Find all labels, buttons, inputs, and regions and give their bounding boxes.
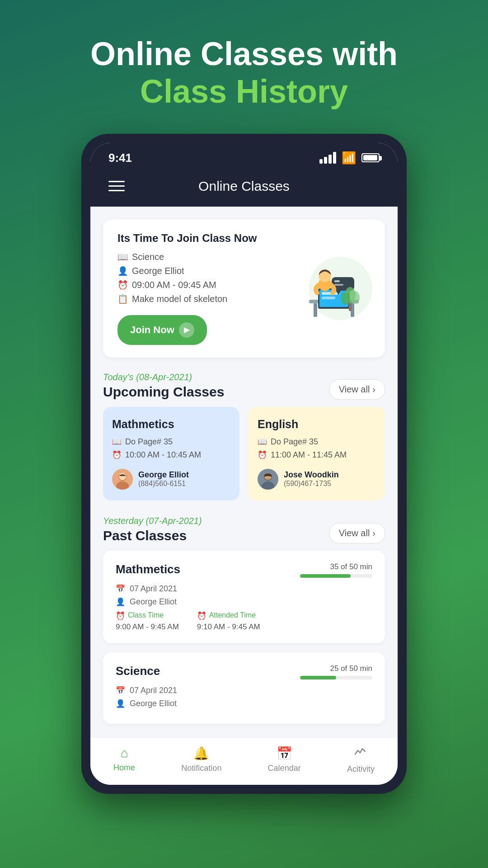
past-math-progress-fill <box>300 574 351 578</box>
past-chevron-icon: › <box>372 528 375 538</box>
svg-point-16 <box>341 292 350 305</box>
join-subject: Science <box>132 252 164 262</box>
past-math-teacher-row: 👤 George Elliot <box>116 597 372 607</box>
english-teacher-info: Jose Woodkin (590)467-1735 <box>284 470 339 488</box>
svg-rect-2 <box>314 303 317 317</box>
person-icon: 👤 <box>117 266 127 276</box>
english-teacher-avatar <box>258 469 278 490</box>
join-time-row: ⏰ 09:00 AM - 09:45 AM <box>117 280 277 290</box>
calendar-icon-1: 📅 <box>116 584 125 594</box>
status-icons: 📶 <box>319 151 380 165</box>
content-area: Its Time To Join Class Now 📖 Science 👤 G… <box>90 207 398 737</box>
nav-home[interactable]: ⌂ Home <box>113 746 135 774</box>
join-teacher: George Elliot <box>132 266 184 276</box>
attended-time-val: 9:10 AM - 9:45 AM <box>197 623 260 632</box>
upcoming-label: Today's (08-Apr-2021) <box>103 372 224 382</box>
home-icon: ⌂ <box>121 746 128 760</box>
join-card: Its Time To Join Class Now 📖 Science 👤 G… <box>103 219 385 358</box>
upcoming-cards-row: Mathmetics 📖 Do Page# 35 ⏰ 10:00 AM - 10… <box>90 407 398 511</box>
join-subject-row: 📖 Science <box>117 252 277 262</box>
past-science-progress-fill <box>300 676 336 679</box>
math-time-row: ⏰ 10:00 AM - 10:45 AM <box>112 450 230 460</box>
past-view-all-label: View all <box>339 528 370 538</box>
task-icon: 📋 <box>117 294 127 304</box>
past-science-date-row: 📅 07 April 2021 <box>116 686 372 695</box>
book-icon-english: 📖 <box>258 437 267 447</box>
english-task: Do Page# 35 <box>271 437 318 447</box>
status-time: 9:41 <box>108 151 132 165</box>
upcoming-card-math: Mathmetics 📖 Do Page# 35 ⏰ 10:00 AM - 10… <box>103 407 239 500</box>
class-time-group: ⏰ Class Time 9:00 AM - 9:45 AM <box>116 611 179 632</box>
nav-notification-label: Notification <box>181 764 221 773</box>
hero-line2: Class History <box>90 72 398 111</box>
past-math-subject: Mathmetics <box>116 562 180 576</box>
hero-line1: Online Classes with <box>90 36 398 72</box>
svg-rect-11 <box>334 284 343 286</box>
attended-time-label: Attended Time <box>209 611 256 619</box>
past-label: Yesterday (07-Apr-2021) <box>103 516 202 526</box>
book-icon-math: 📖 <box>112 437 122 447</box>
calendar-icon: 📅 <box>277 746 292 761</box>
english-teacher-name: Jose Woodkin <box>284 470 339 480</box>
clock-icon-2: ⏰ <box>116 611 125 621</box>
past-title: Past Classes <box>103 528 202 543</box>
person-icon-1: 👤 <box>116 597 125 607</box>
nav-home-label: Home <box>113 763 135 773</box>
phone-frame: 9:41 📶 Online Classes <box>81 134 407 794</box>
clock-icon-english: ⏰ <box>258 450 267 460</box>
class-illustration <box>282 248 372 329</box>
past-label-group: Yesterday (07-Apr-2021) Past Classes <box>103 516 202 543</box>
english-time: 11:00 AM - 11:45 AM <box>271 450 347 460</box>
past-math-progress-label: 35 of 50 min <box>300 562 372 571</box>
upcoming-title: Upcoming Classes <box>103 384 224 400</box>
person-icon-2: 👤 <box>116 699 125 708</box>
math-task: Do Page# 35 <box>125 437 173 447</box>
nav-calendar[interactable]: 📅 Calendar <box>268 746 301 774</box>
nav-activity[interactable]: Acitivity <box>347 746 375 774</box>
join-teacher-row: 👤 George Elliot <box>117 266 277 276</box>
past-science-progress: 25 of 50 min <box>300 664 372 679</box>
past-card-science: Science 25 of 50 min 📅 07 April 2021 👤 G… <box>103 652 385 724</box>
english-task-row: 📖 Do Page# 35 <box>258 437 376 447</box>
notification-icon: 🔔 <box>193 746 209 761</box>
nav-notification[interactable]: 🔔 Notification <box>181 746 221 774</box>
play-icon: ▶ <box>179 322 194 338</box>
join-info: Its Time To Join Class Now 📖 Science 👤 G… <box>117 232 277 345</box>
past-math-teacher: George Elliot <box>130 597 177 607</box>
upcoming-view-all-button[interactable]: View all › <box>329 379 385 400</box>
signal-icon <box>319 152 336 164</box>
battery-icon <box>361 153 380 162</box>
nav-title: Online Classes <box>134 179 354 194</box>
join-task-row: 📋 Make model of skeleton <box>117 294 277 304</box>
wifi-icon: 📶 <box>342 151 356 165</box>
past-math-date-row: 📅 07 April 2021 <box>116 584 372 594</box>
top-nav: Online Classes <box>90 170 398 207</box>
hero-section: Online Classes with Class History <box>90 36 398 111</box>
past-math-progress: 35 of 50 min <box>300 562 372 578</box>
phone-screen: 9:41 📶 Online Classes <box>90 143 398 785</box>
class-time-val: 9:00 AM - 9:45 AM <box>116 623 179 632</box>
past-card-math: Mathmetics 35 of 50 min 📅 07 April 2021 … <box>103 551 385 643</box>
svg-rect-7 <box>322 297 335 299</box>
math-teacher-avatar <box>112 469 133 490</box>
join-time: 09:00 AM - 09:45 AM <box>132 280 216 290</box>
past-math-progress-bar <box>300 574 372 578</box>
calendar-icon-2: 📅 <box>116 686 125 695</box>
book-icon: 📖 <box>117 252 127 262</box>
english-time-row: ⏰ 11:00 AM - 11:45 AM <box>258 450 376 460</box>
menu-button[interactable] <box>108 181 125 191</box>
math-teacher-info: George Elliot (884)560-6151 <box>138 470 189 488</box>
join-button-label: Join Now <box>130 324 174 336</box>
upcoming-card-english: English 📖 Do Page# 35 ⏰ 11:00 AM - 11:45… <box>249 407 385 500</box>
past-card-science-header: Science 25 of 50 min <box>116 664 372 679</box>
english-teacher-phone: (590)467-1735 <box>284 480 339 488</box>
math-teacher-phone: (884)560-6151 <box>138 480 189 488</box>
svg-rect-10 <box>334 280 340 282</box>
past-science-teacher: George Elliot <box>130 699 177 708</box>
chevron-right-icon: › <box>372 384 375 395</box>
join-now-button[interactable]: Join Now ▶ <box>117 315 207 345</box>
past-view-all-button[interactable]: View all › <box>329 523 385 543</box>
math-teacher-name: George Elliot <box>138 470 189 480</box>
past-science-subject: Science <box>116 664 160 678</box>
status-bar: 9:41 📶 <box>90 143 398 170</box>
